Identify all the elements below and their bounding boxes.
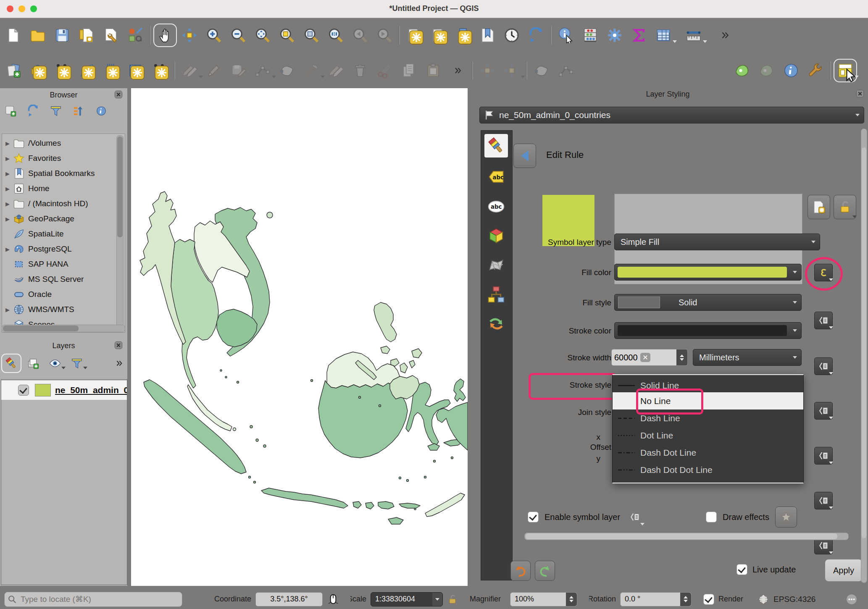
show-spatial-bookmarks-button[interactable] xyxy=(477,25,497,45)
browser-add-layer-button[interactable] xyxy=(2,102,19,119)
option-dash-dot-line[interactable]: Dash Dot Line xyxy=(613,444,803,461)
option-no-line[interactable]: No Line xyxy=(613,392,803,410)
browser-refresh-button[interactable] xyxy=(24,102,42,119)
browser-filter-button[interactable] xyxy=(47,102,65,119)
zoom-to-selection-button[interactable] xyxy=(277,25,297,45)
browser-item-home[interactable]: ▶Home xyxy=(2,181,125,196)
layers-panel-overflow-button[interactable] xyxy=(110,355,128,372)
tab-masks[interactable] xyxy=(484,194,508,218)
browser-item-macintosh-hd[interactable]: ▶/ (Macintosh HD) xyxy=(2,196,125,211)
zoom-last-button[interactable] xyxy=(350,25,370,45)
run-feature-action-button[interactable] xyxy=(580,25,600,45)
zoom-to-layer-button[interactable] xyxy=(301,25,321,45)
new-print-layout-button[interactable] xyxy=(76,25,97,45)
temporal-controller-button[interactable] xyxy=(502,25,522,45)
measure-line-button[interactable] xyxy=(684,25,704,45)
statistical-summary-button[interactable] xyxy=(629,25,649,45)
join-style-data-defined-button[interactable] xyxy=(814,492,833,509)
open-layer-styling-button[interactable] xyxy=(3,355,20,372)
mouse-extents-icon[interactable] xyxy=(327,593,339,606)
new-project-button[interactable] xyxy=(3,25,24,45)
fill-style-data-defined-button[interactable] xyxy=(814,312,833,329)
apply-button[interactable]: Apply xyxy=(825,559,863,582)
browser-item-sap-hana[interactable]: SAP HANA xyxy=(2,257,125,272)
rotate-feature-button[interactable] xyxy=(531,60,552,81)
open-attribute-table-button[interactable] xyxy=(653,25,673,45)
copy-move-feature-button[interactable] xyxy=(502,60,522,81)
stroke-style-data-defined-button[interactable] xyxy=(814,447,833,465)
option-dash-line[interactable]: Dash Line xyxy=(613,410,803,427)
enable-symbol-layer-checkbox[interactable] xyxy=(528,512,539,522)
stroke-width-unit-dropdown[interactable]: Millimeters xyxy=(693,349,802,366)
paste-features-button[interactable] xyxy=(423,60,443,81)
vertex-tool-button[interactable] xyxy=(277,60,297,81)
layer-row-ne-50m-admin-0-countries[interactable]: ne_50m_admin_0_countries xyxy=(1,381,127,400)
delete-selected-button[interactable] xyxy=(350,60,370,81)
styling-vertical-scrollbar[interactable] xyxy=(861,129,867,583)
option-solid-line[interactable]: Solid Line xyxy=(613,377,803,394)
undo-button[interactable] xyxy=(510,561,531,581)
browser-properties-button[interactable] xyxy=(92,102,110,119)
new-spatial-bookmark-button[interactable] xyxy=(453,25,473,45)
python-console-button[interactable] xyxy=(757,60,777,81)
close-layers-panel-icon[interactable] xyxy=(114,341,123,350)
lock-scale-icon[interactable] xyxy=(447,594,458,605)
simplify-feature-button[interactable] xyxy=(556,60,576,81)
browser-item-spatial-bookmarks[interactable]: ▶Spatial Bookmarks xyxy=(2,166,125,181)
advanced-digitizing-button[interactable] xyxy=(301,60,321,81)
zoom-native-button[interactable] xyxy=(326,25,346,45)
new-geopackage-layer-button[interactable] xyxy=(28,60,48,81)
layer-visibility-checkbox[interactable] xyxy=(18,385,29,396)
map-canvas[interactable] xyxy=(131,88,468,586)
stroke-color-data-defined-button[interactable] xyxy=(814,357,833,375)
coordinate-value[interactable]: 3.5°,138.6° xyxy=(255,592,323,606)
render-checkbox[interactable] xyxy=(703,594,714,605)
fill-color-button[interactable] xyxy=(614,264,802,281)
pan-map-button[interactable] xyxy=(155,25,175,45)
editing-overflow-button[interactable] xyxy=(447,60,468,81)
copy-features-button[interactable] xyxy=(399,60,419,81)
save-edits-button[interactable] xyxy=(228,60,248,81)
tab-symbology[interactable] xyxy=(484,134,508,158)
draw-effects-checkbox[interactable] xyxy=(706,512,717,522)
clear-value-icon[interactable] xyxy=(640,353,650,362)
enable-symbol-layer-data-defined-button[interactable] xyxy=(626,509,644,525)
new-map-view-button[interactable] xyxy=(404,25,424,45)
rotation-spinbox[interactable]: 0.0 ° xyxy=(620,592,692,606)
filter-legend-button[interactable] xyxy=(68,355,86,372)
zoom-out-button[interactable] xyxy=(228,25,248,45)
stroke-width-stepper[interactable] xyxy=(676,349,687,365)
toolbar-overflow-button[interactable] xyxy=(715,25,735,45)
pan-to-selection-button[interactable] xyxy=(179,25,200,45)
move-feature-button[interactable] xyxy=(477,60,497,81)
live-update-checkbox[interactable] xyxy=(736,564,747,575)
add-group-button[interactable] xyxy=(24,355,42,372)
open-project-button[interactable] xyxy=(28,25,48,45)
browser-horizontal-scrollbar[interactable] xyxy=(2,325,125,332)
help-contents-button[interactable] xyxy=(781,60,801,81)
crs-globe-icon[interactable] xyxy=(758,593,769,605)
new-mesh-layer-button[interactable] xyxy=(101,60,121,81)
browser-collapse-all-button[interactable] xyxy=(70,102,87,119)
browser-item-spatialite[interactable]: SpatiaLite xyxy=(2,226,125,242)
messages-icon[interactable] xyxy=(845,593,858,606)
refresh-map-button[interactable] xyxy=(526,25,546,45)
zoom-in-button[interactable] xyxy=(204,25,224,45)
manage-visibility-button[interactable] xyxy=(46,355,64,372)
browser-item-geopackage[interactable]: ▶GeoPackage xyxy=(2,211,125,226)
fill-style-dropdown[interactable]: Solid xyxy=(614,294,802,311)
digitize-button[interactable] xyxy=(253,60,273,81)
styling-horizontal-scrollbar[interactable] xyxy=(524,533,849,540)
options-gear-button[interactable] xyxy=(605,25,625,45)
save-symbol-button[interactable] xyxy=(808,195,830,219)
stroke-width-data-defined-button[interactable] xyxy=(814,402,833,420)
new-3d-map-view-button[interactable] xyxy=(429,25,449,45)
modify-attributes-button[interactable] xyxy=(326,60,346,81)
customize-effects-button[interactable] xyxy=(775,507,797,528)
symbol-layer-type-dropdown[interactable]: Simple Fill xyxy=(614,234,820,250)
new-shapefile-layer-button[interactable] xyxy=(52,60,72,81)
styling-layer-selector[interactable]: ne_50m_admin_0_countries xyxy=(479,107,864,123)
browser-item-wms-wmts[interactable]: ▶WMS/WMTS xyxy=(2,302,125,317)
style-manager-button[interactable] xyxy=(125,25,145,45)
browser-item-favorites[interactable]: ▶Favorites xyxy=(2,151,125,166)
